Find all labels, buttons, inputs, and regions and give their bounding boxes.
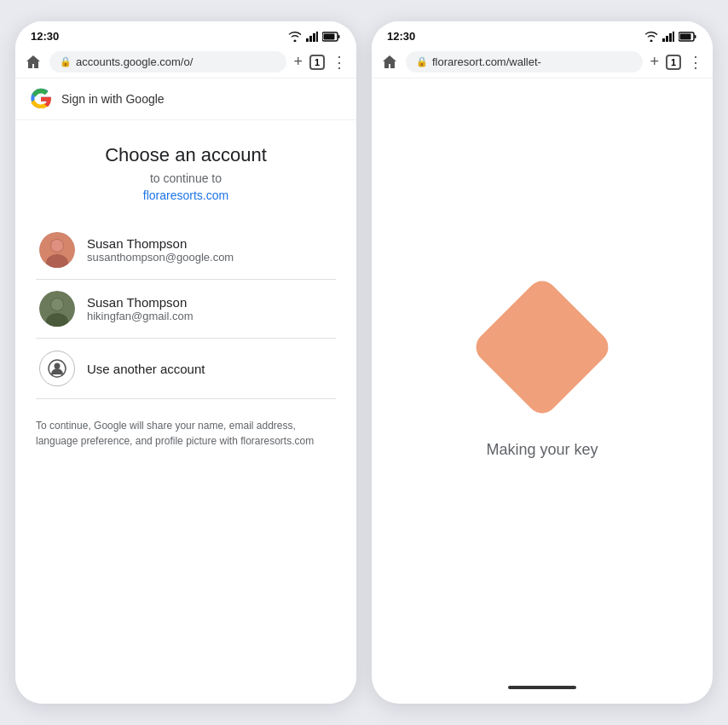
status-icons-left — [288, 32, 341, 42]
account-item-1[interactable]: Susan Thompson susanthompson@google.com — [36, 221, 336, 280]
svg-rect-19 — [669, 33, 672, 42]
svg-rect-22 — [695, 35, 696, 38]
account-list: Susan Thompson susanthompson@google.com — [36, 221, 336, 399]
site-link[interactable]: floraresorts.com — [36, 188, 336, 202]
use-another-account[interactable]: Use another account — [36, 339, 336, 399]
person-circle-icon — [39, 351, 75, 386]
page-content-left: Choose an account to continue to florare… — [15, 120, 356, 704]
svg-rect-23 — [680, 33, 691, 39]
tab-count-right[interactable]: 1 — [666, 55, 681, 70]
left-phone: 12:30 — [15, 21, 356, 704]
time-left: 12:30 — [31, 30, 59, 43]
choose-account-section: Choose an account to continue to florare… — [15, 120, 356, 469]
url-bar-right[interactable]: 🔒 floraresort.com/wallet- — [406, 51, 643, 72]
avatar-2 — [39, 291, 75, 327]
url-bar-left[interactable]: 🔒 accounts.google.com/o/ — [49, 51, 286, 72]
google-header: Sign in with Google — [15, 78, 356, 120]
status-icons-right — [644, 32, 697, 42]
account-info-2: Susan Thompson hikingfan@gmail.com — [87, 295, 193, 322]
svg-rect-6 — [324, 33, 335, 39]
account-name-1: Susan Thompson — [87, 236, 234, 251]
url-text-left: accounts.google.com/o/ — [76, 55, 193, 68]
account-name-2: Susan Thompson — [87, 295, 193, 310]
bottom-bar-right — [372, 676, 713, 704]
svg-rect-20 — [673, 32, 674, 42]
lock-icon: 🔒 — [60, 56, 72, 67]
tab-count-left[interactable]: 1 — [309, 55, 325, 70]
svg-point-10 — [51, 240, 63, 252]
browser-bar-left: 🔒 accounts.google.com/o/ + 1 ⋮ — [15, 46, 356, 78]
google-header-text: Sign in with Google — [61, 92, 165, 106]
right-phone: 12:30 🔒 flora — [372, 21, 713, 704]
new-tab-icon-right[interactable]: + — [650, 53, 659, 71]
battery-icon — [322, 32, 341, 42]
use-another-label: Use another account — [87, 362, 205, 376]
key-diamond — [470, 275, 615, 420]
avatar-1 — [39, 232, 75, 268]
google-logo — [29, 87, 53, 111]
account-email-2: hikingfan@gmail.com — [87, 310, 193, 322]
battery-icon-right — [679, 32, 697, 42]
more-icon-left[interactable]: ⋮ — [332, 53, 348, 72]
svg-rect-0 — [306, 38, 309, 42]
wifi-icon-right — [644, 32, 658, 42]
signal-icon-right — [662, 32, 674, 42]
privacy-text: To continue, Google will share your name… — [36, 418, 336, 449]
svg-rect-3 — [316, 32, 318, 42]
account-info-1: Susan Thompson susanthompson@google.com — [87, 236, 234, 264]
url-text-right: floraresort.com/wallet- — [432, 55, 541, 68]
more-icon-right[interactable]: ⋮ — [688, 53, 704, 72]
subtitle: to continue to — [36, 171, 336, 185]
status-bar-right: 12:30 — [372, 21, 713, 46]
svg-rect-17 — [662, 38, 665, 42]
home-icon[interactable] — [24, 53, 43, 72]
page-title: Choose an account — [36, 144, 336, 166]
home-indicator — [508, 686, 576, 689]
status-bar-left: 12:30 — [15, 21, 356, 46]
new-tab-icon[interactable]: + — [293, 53, 303, 71]
account-item-2[interactable]: Susan Thompson hikingfan@gmail.com — [36, 280, 336, 339]
signal-icon — [306, 32, 318, 42]
account-email-1: susanthompson@google.com — [87, 251, 234, 264]
svg-rect-2 — [313, 33, 315, 42]
svg-point-14 — [51, 299, 63, 310]
time-right: 12:30 — [387, 30, 415, 43]
lock-icon-right: 🔒 — [416, 56, 428, 67]
svg-rect-1 — [309, 36, 312, 42]
svg-rect-18 — [666, 36, 668, 42]
svg-rect-5 — [338, 35, 340, 38]
browser-bar-right: 🔒 floraresort.com/wallet- + 1 ⋮ — [372, 46, 713, 78]
wifi-icon — [288, 32, 302, 42]
making-key-content: Making your key — [372, 78, 713, 676]
svg-point-16 — [55, 363, 61, 369]
home-icon-right[interactable] — [380, 53, 399, 72]
making-key-text: Making your key — [486, 441, 598, 459]
